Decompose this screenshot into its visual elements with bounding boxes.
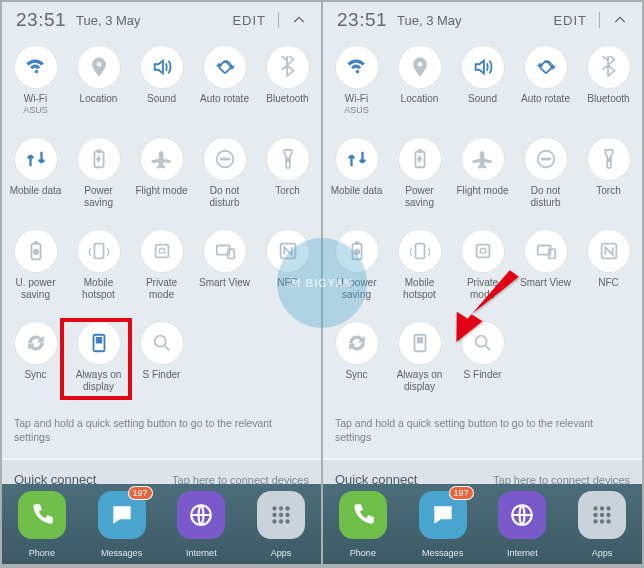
toggle-psave[interactable]: Power saving bbox=[388, 132, 451, 224]
dock: Phone197MessagesInternetApps bbox=[2, 484, 321, 564]
toggle-sync[interactable]: Sync bbox=[325, 316, 388, 408]
dock-app-messages[interactable]: 197Messages bbox=[413, 491, 473, 561]
toggle-label: Do not disturb bbox=[517, 185, 575, 209]
toggle-flight[interactable]: Flight mode bbox=[451, 132, 514, 224]
toggle-bt[interactable]: Bluetooth bbox=[577, 40, 640, 132]
bat-icon bbox=[78, 138, 120, 180]
pin-icon bbox=[78, 46, 120, 88]
toggle-sview[interactable]: Smart View bbox=[514, 224, 577, 316]
edit-button[interactable]: EDIT bbox=[232, 13, 266, 28]
toggle-label: Power saving bbox=[70, 185, 128, 209]
ubat-icon bbox=[15, 230, 57, 272]
toggle-mdata[interactable]: Mobile data bbox=[325, 132, 388, 224]
toggle-rotate[interactable]: Auto rotate bbox=[514, 40, 577, 132]
ubat-icon bbox=[336, 230, 378, 272]
dnd-icon bbox=[525, 138, 567, 180]
hint-text: Tap and hold a quick setting button to g… bbox=[2, 408, 321, 459]
toggle-label: Mobile data bbox=[10, 185, 62, 197]
toggle-torch[interactable]: Torch bbox=[577, 132, 640, 224]
toggle-rotate[interactable]: Auto rotate bbox=[193, 40, 256, 132]
toggle-bt[interactable]: Bluetooth bbox=[256, 40, 319, 132]
toggle-upsave[interactable]: U. power saving bbox=[325, 224, 388, 316]
status-date: Tue, 3 May bbox=[397, 13, 462, 28]
toggle-private[interactable]: Private mode bbox=[130, 224, 193, 316]
collapse-icon[interactable] bbox=[291, 12, 307, 28]
edit-button[interactable]: EDIT bbox=[553, 13, 587, 28]
svg-point-22 bbox=[279, 513, 283, 517]
toggle-sfinder[interactable]: S Finder bbox=[451, 316, 514, 408]
dock-app-phone[interactable]: Phone bbox=[12, 491, 72, 561]
badge: 197 bbox=[129, 487, 152, 499]
toggle-sound[interactable]: Sound bbox=[130, 40, 193, 132]
priv-icon bbox=[141, 230, 183, 272]
toggle-private[interactable]: Private mode bbox=[451, 224, 514, 316]
toggle-label: NFC bbox=[277, 277, 298, 289]
dock: Phone197MessagesInternetApps bbox=[323, 484, 642, 564]
toggle-label: Auto rotate bbox=[200, 93, 249, 105]
dock-app-internet[interactable]: Internet bbox=[492, 491, 552, 561]
dock-label: Messages bbox=[413, 548, 473, 558]
toggle-torch[interactable]: Torch bbox=[256, 132, 319, 224]
toggle-nfc[interactable]: NFC bbox=[256, 224, 319, 316]
toggle-loc[interactable]: Location bbox=[67, 40, 130, 132]
svg-point-23 bbox=[285, 513, 289, 517]
toggle-label: Flight mode bbox=[135, 185, 187, 197]
toggle-mdata[interactable]: Mobile data bbox=[4, 132, 67, 224]
toggle-label: Auto rotate bbox=[521, 93, 570, 105]
aod-icon bbox=[78, 322, 120, 364]
toggle-label: Sound bbox=[147, 93, 176, 105]
toggle-label: Power saving bbox=[391, 185, 449, 209]
dnd-icon bbox=[204, 138, 246, 180]
toggle-label: Location bbox=[80, 93, 118, 105]
toggle-label: Sync bbox=[24, 369, 46, 381]
toggle-hotspot[interactable]: Mobile hotspot bbox=[388, 224, 451, 316]
svg-point-20 bbox=[285, 506, 289, 510]
dock-label: Messages bbox=[92, 548, 152, 558]
dock-label: Apps bbox=[251, 548, 311, 558]
toggle-aod[interactable]: Always on display bbox=[388, 316, 451, 408]
toggle-label: Always on display bbox=[391, 369, 449, 393]
svg-point-28 bbox=[593, 506, 597, 510]
torch-icon bbox=[267, 138, 309, 180]
svg-point-33 bbox=[606, 513, 610, 517]
toggle-dnd[interactable]: Do not disturb bbox=[193, 132, 256, 224]
toggle-dnd[interactable]: Do not disturb bbox=[514, 132, 577, 224]
dock-app-apps[interactable]: Apps bbox=[251, 491, 311, 561]
toggle-sfinder[interactable]: S Finder bbox=[130, 316, 193, 408]
dock-label: Internet bbox=[492, 548, 552, 558]
toggle-nfc[interactable]: NFC bbox=[577, 224, 640, 316]
toggle-upsave[interactable]: U. power saving bbox=[4, 224, 67, 316]
dock-app-messages[interactable]: 197Messages bbox=[92, 491, 152, 561]
bt-icon bbox=[267, 46, 309, 88]
status-date: Tue, 3 May bbox=[76, 13, 141, 28]
toggle-label: Mobile hotspot bbox=[70, 277, 128, 301]
collapse-icon[interactable] bbox=[612, 12, 628, 28]
toggle-label: Smart View bbox=[520, 277, 571, 289]
toggle-label: S Finder bbox=[464, 369, 502, 381]
toggle-wifi[interactable]: Wi-FiASUS bbox=[4, 40, 67, 132]
toggle-sync[interactable]: Sync bbox=[4, 316, 67, 408]
svg-point-25 bbox=[279, 519, 283, 523]
toggle-label: Wi-Fi bbox=[345, 93, 368, 105]
toggle-psave[interactable]: Power saving bbox=[67, 132, 130, 224]
dock-app-phone[interactable]: Phone bbox=[333, 491, 393, 561]
sv-icon bbox=[204, 230, 246, 272]
toggle-loc[interactable]: Location bbox=[388, 40, 451, 132]
toggle-flight[interactable]: Flight mode bbox=[130, 132, 193, 224]
toggle-sound[interactable]: Sound bbox=[451, 40, 514, 132]
aod-icon bbox=[399, 322, 441, 364]
status-time: 23:51 bbox=[337, 9, 387, 31]
toggle-wifi[interactable]: Wi-FiASUS bbox=[325, 40, 388, 132]
hot-icon bbox=[399, 230, 441, 272]
nfc-icon bbox=[267, 230, 309, 272]
toggle-sview[interactable]: Smart View bbox=[193, 224, 256, 316]
badge: 197 bbox=[450, 487, 473, 499]
toggle-label: U. power saving bbox=[7, 277, 65, 301]
toggle-hotspot[interactable]: Mobile hotspot bbox=[67, 224, 130, 316]
svg-point-34 bbox=[593, 519, 597, 523]
dock-app-internet[interactable]: Internet bbox=[171, 491, 231, 561]
dock-app-apps[interactable]: Apps bbox=[572, 491, 632, 561]
toggle-aod[interactable]: Always on display bbox=[67, 316, 130, 408]
toggle-label: Location bbox=[401, 93, 439, 105]
plane-icon bbox=[141, 138, 183, 180]
